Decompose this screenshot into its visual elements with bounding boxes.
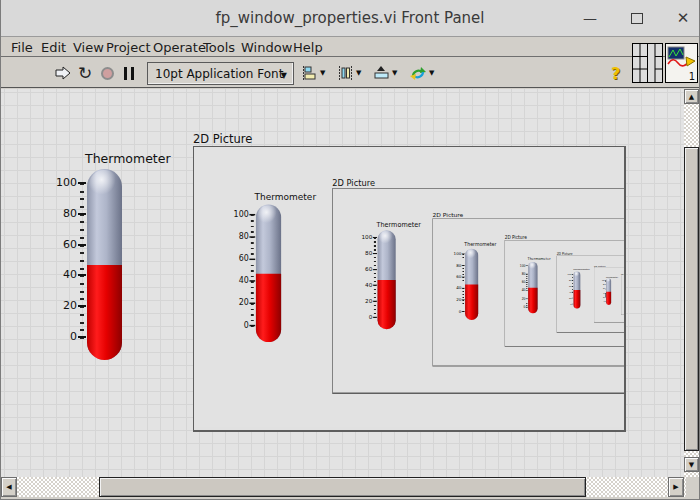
tick-label-100: 100 [47,176,77,189]
run-button[interactable] [55,62,71,84]
thermometer-indicator[interactable] [87,169,122,360]
picture-frame-interior: Thermometer 100 80 60 40 20 0 2D Picture… [505,240,624,346]
picture-frame: Thermometer 100 80 60 40 20 0 2D Picture [594,267,624,322]
picture-frame-interior: Thermometer 100 80 60 40 20 0 2D Picture… [433,219,624,366]
font-selector[interactable]: 10pt Application Font ▼ [147,62,294,85]
tick-label-20: 20 [566,297,572,300]
front-panel: Thermometer 100 80 60 40 20 0 2D Picture… [1,89,685,477]
connector-pane-icon[interactable] [632,43,663,83]
pause-icon [124,67,134,80]
major-tick [249,259,255,260]
picture-frame: Thermometer 100 80 60 40 20 0 2D Picture… [332,188,624,394]
distribute-objects-icon [338,66,353,80]
tick-label-80: 80 [450,263,461,268]
minor-ticks [251,215,254,327]
chevron-down-icon: ▼ [356,69,361,77]
vi-icon-number: 1 [689,71,695,82]
pause-button[interactable] [124,62,134,84]
minor-ticks [80,183,84,339]
nested-panel-picture: Thermometer 100 80 60 40 20 0 2D Picture… [557,256,624,331]
major-tick [78,244,86,246]
thermometer-fill [465,285,478,320]
scrollbar-corner [686,477,699,499]
menu-item-file[interactable]: File [9,40,35,55]
tick-label-100: 100 [227,210,249,219]
thermometer-label: Thermometer [254,192,316,203]
picture-frame[interactable]: Thermometer 100 80 60 40 20 0 2D Picture… [193,146,626,432]
major-tick [78,336,86,338]
tick-label-40: 40 [566,291,572,294]
align-objects-button[interactable]: ▼ [302,62,325,84]
tick-label-100: 100 [566,273,572,276]
tick-label-60: 60 [517,281,525,284]
tick-label-40: 40 [357,282,373,289]
thermometer-fill [574,290,581,308]
horizontal-scroll-thumb[interactable] [99,477,586,497]
horizontal-scrollbar[interactable]: ◀ ▶ [1,477,686,497]
resize-objects-button[interactable]: ▼ [374,62,397,84]
major-tick [78,305,86,307]
scroll-left-button[interactable]: ◀ [1,477,17,497]
tick-label-0: 0 [450,309,461,314]
nested-panel-picture: Thermometer 100 80 60 40 20 0 2D Picture… [333,189,624,391]
arrow-down-icon: ▼ [689,461,694,469]
nested-picture-level: Thermometer 100 80 60 40 20 0 2D Picture… [557,256,624,331]
picture-frame-label: 2D Picture [432,211,463,218]
align-objects-icon [302,66,317,80]
abort-button[interactable] [101,62,114,84]
context-help-button[interactable]: ? [611,62,620,84]
thermometer-indicator [574,272,581,309]
picture-frame-interior: Thermometer 100 80 60 40 20 0 2D Picture [594,267,624,322]
tick-label-100: 100 [450,251,461,256]
reorder-objects-button[interactable]: ▼ [410,62,434,84]
major-tick [373,301,377,302]
picture-frame-label: 2D Picture [332,178,375,188]
tick-label-20: 20 [47,299,77,312]
run-continuously-button[interactable]: ↻ [78,62,92,84]
thermometer-label: Thermometer [573,268,590,271]
vi-icon[interactable]: 1 [665,43,698,83]
major-tick [373,317,377,318]
menu-item-window[interactable]: Window [239,40,294,55]
scroll-up-button[interactable]: ▲ [684,89,699,104]
distribute-objects-button[interactable]: ▼ [338,62,361,84]
chevron-down-icon: ▼ [320,69,325,77]
tick-label-40: 40 [450,286,461,291]
tick-label-80: 80 [566,279,572,282]
thermometer-fill [606,292,611,305]
menu-item-help[interactable]: Help [291,40,325,55]
tick-label-20: 20 [517,297,525,300]
picture-frame: Thermometer 100 80 60 40 20 0 2D Picture… [557,256,624,333]
major-tick [373,253,377,254]
toolbar: ↻ 10pt Application Font ▼ ▼ ▼ [1,58,699,88]
major-tick [249,236,255,237]
minimize-button[interactable]: — [579,8,601,30]
major-tick [249,214,255,215]
tick-label-20: 20 [357,298,373,305]
arrow-up-icon: ▲ [689,93,694,101]
major-tick [78,182,86,184]
chevron-down-icon: ▼ [392,69,397,77]
tick-label-20: 20 [450,297,461,302]
scroll-down-button[interactable]: ▼ [684,457,699,472]
vertical-scroll-thumb[interactable] [684,147,699,451]
close-button[interactable]: ✕ [672,8,694,30]
thermometer-indicator [528,262,537,313]
tick-label-80: 80 [517,272,525,275]
menu-item-project[interactable]: Project [104,40,152,55]
vertical-scrollbar[interactable]: ▲ ▼ [684,89,699,477]
scroll-right-button[interactable]: ▶ [668,477,684,497]
thermometer-fill [87,265,122,360]
maximize-button[interactable] [626,8,648,30]
menu-item-tools[interactable]: Tools [201,40,237,55]
tick-label-80: 80 [227,232,249,241]
menu-item-view[interactable]: View [71,40,106,55]
chevron-down-icon: ▼ [429,69,434,77]
resize-objects-icon [374,66,389,80]
nested-panel-picture: Thermometer 100 80 60 40 20 0 2D Picture… [194,147,624,427]
menu-item-edit[interactable]: Edit [39,40,68,55]
menu-item-operate[interactable]: Operate [151,40,208,55]
major-tick [373,237,377,238]
thermometer-label: Thermometer [464,242,496,248]
thermometer-label: Thermometer [377,221,421,229]
